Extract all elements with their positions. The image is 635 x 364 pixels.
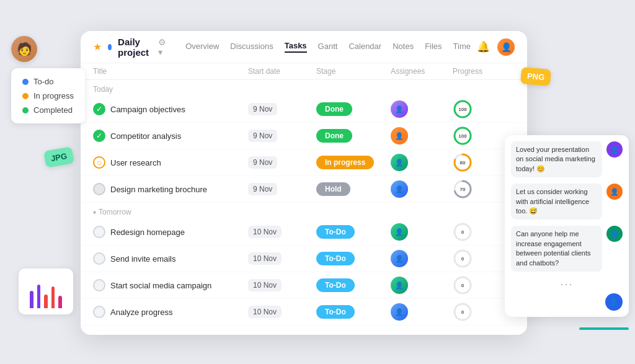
progress-circle: 0 <box>453 302 473 322</box>
stage-cell: To-Do <box>316 278 391 292</box>
date-badge: 9 Nov <box>248 130 277 142</box>
progress-value: 0 <box>461 256 464 262</box>
bar-3 <box>51 286 55 308</box>
start-date-cell: 10 Nov <box>248 226 316 238</box>
nav-overview[interactable]: Overview <box>185 42 219 52</box>
chevron-icon: ▾ <box>93 209 96 216</box>
teal-bar <box>579 327 629 330</box>
assignees-cell: 👤 <box>391 250 453 267</box>
col-stage: Stage <box>316 67 391 76</box>
chat-bubble: Can anyone help me increase engagement b… <box>511 226 602 272</box>
check-todo <box>93 306 105 318</box>
check-todo <box>93 279 105 291</box>
assignee-avatar: 👤 <box>391 100 408 118</box>
table-row[interactable]: Analyze progress 10 Nov To-Do 👤 0 <box>81 299 527 326</box>
progress-circle: 0 <box>453 249 473 269</box>
nav-files[interactable]: Files <box>425 42 442 52</box>
table-row[interactable]: ✓ Campaign objectives 9 Nov Done 👤 100 <box>81 96 527 123</box>
chat-typing-dots: ··· <box>511 278 623 291</box>
avatar-icon: 👤 <box>395 255 404 263</box>
task-title-cell: Analyze progress <box>93 306 248 318</box>
bar-4 <box>58 296 62 308</box>
date-badge: 10 Nov <box>248 226 282 238</box>
check-inprogress: ○ <box>93 156 105 169</box>
date-badge: 9 Nov <box>248 156 277 169</box>
assignees-cell: 👤 <box>391 223 453 241</box>
stage-cell: To-Do <box>316 305 391 319</box>
bar-1 <box>37 285 41 308</box>
progress-value: 80 <box>460 160 466 166</box>
stage-badge: In progress <box>316 156 374 169</box>
progress-circle: 70 <box>453 179 473 199</box>
legend-inprogress-dot <box>22 93 29 99</box>
col-title: Title <box>93 67 248 76</box>
task-title: Competitor analysis <box>110 131 181 141</box>
stage-badge: To-Do <box>316 305 355 319</box>
user-avatar-topleft: 🧑 <box>11 36 37 62</box>
start-date-cell: 10 Nov <box>248 279 316 291</box>
start-date-cell: 9 Nov <box>248 130 316 142</box>
section-label[interactable]: ▾Tomorrow <box>81 203 527 219</box>
star-icon[interactable]: ★ <box>93 41 102 53</box>
avatar-icon: 👤 <box>395 185 404 193</box>
assignee-avatar: 👤 <box>391 277 408 294</box>
stage-cell: In progress <box>316 156 391 169</box>
legend-completed-dot <box>22 107 29 113</box>
app-header: ★ Daily project ⚙ ▾ Overview Discussions… <box>81 31 527 63</box>
stage-cell: Done <box>316 102 391 116</box>
assignees-cell: 👤 <box>391 100 453 118</box>
legend-card: To-do In progress Completed <box>11 68 85 123</box>
progress-value: 70 <box>460 187 466 192</box>
start-date-cell: 9 Nov <box>248 103 316 115</box>
task-title: Start social media campaign <box>110 281 211 290</box>
date-badge: 10 Nov <box>248 279 282 291</box>
main-nav: Overview Discussions Tasks Gantt Calenda… <box>185 41 471 53</box>
project-title: Daily project <box>118 37 152 58</box>
task-title-cell: Send invite emails <box>93 252 248 265</box>
task-title-cell: Design marketing brochure <box>93 183 248 195</box>
check-todo <box>93 252 105 265</box>
chat-bubble: Let us consider working with artificial … <box>511 184 602 220</box>
assignee-avatar: 👤 <box>391 250 408 267</box>
legend-todo-dot <box>22 79 29 85</box>
table-row[interactable]: ○ User research 9 Nov In progress 👤 80 <box>81 149 527 176</box>
table-row[interactable]: Send invite emails 10 Nov To-Do 👤 0 <box>81 246 527 272</box>
header-user-avatar[interactable]: 👤 <box>497 38 515 56</box>
date-badge: 10 Nov <box>248 306 282 318</box>
start-date-cell: 9 Nov <box>248 183 316 195</box>
assignee-avatar: 👤 <box>391 154 408 171</box>
table-row[interactable]: ✓ Competitor analysis 9 Nov Done 👤 100 <box>81 123 527 149</box>
date-badge: 10 Nov <box>248 252 282 265</box>
main-card: ★ Daily project ⚙ ▾ Overview Discussions… <box>81 31 527 335</box>
avatar-icon: 👤 <box>395 282 404 290</box>
progress-circle: 100 <box>453 99 473 119</box>
assignee-avatar: 👤 <box>391 303 408 321</box>
table-row[interactable]: Design marketing brochure 9 Nov Hold 👤 7… <box>81 176 527 203</box>
stage-badge: To-Do <box>316 225 355 239</box>
nav-tasks[interactable]: Tasks <box>285 41 307 53</box>
legend-completed-label: Completed <box>33 105 73 115</box>
stage-badge: To-Do <box>316 278 355 292</box>
assignee-avatar: 👤 <box>391 223 408 241</box>
nav-calendar[interactable]: Calendar <box>349 42 381 52</box>
progress-circle: 0 <box>453 222 473 242</box>
tasks-content: Today ✓ Campaign objectives 9 Nov Done 👤 <box>81 80 527 326</box>
start-date-cell: 10 Nov <box>248 306 316 318</box>
check-hold <box>93 183 105 195</box>
nav-time[interactable]: Time <box>453 42 471 52</box>
task-title: Redesign homepage <box>110 228 185 237</box>
nav-notes[interactable]: Notes <box>393 42 414 52</box>
check-done: ✓ <box>93 103 105 115</box>
date-badge: 9 Nov <box>248 183 277 195</box>
stage-badge: To-Do <box>316 252 355 265</box>
legend-completed: Completed <box>22 105 74 115</box>
task-title: Design marketing brochure <box>110 185 207 194</box>
table-row[interactable]: Redesign homepage 10 Nov To-Do 👤 0 <box>81 219 527 246</box>
gear-icon[interactable]: ⚙ ▾ <box>158 37 167 57</box>
nav-gantt[interactable]: Gantt <box>318 42 338 52</box>
start-date-cell: 9 Nov <box>248 156 316 169</box>
bell-icon[interactable]: 🔔 <box>477 40 490 53</box>
table-row[interactable]: Start social media campaign 10 Nov To-Do… <box>81 272 527 299</box>
nav-discussions[interactable]: Discussions <box>230 42 273 52</box>
chat-avatar: 👤 <box>606 226 623 242</box>
